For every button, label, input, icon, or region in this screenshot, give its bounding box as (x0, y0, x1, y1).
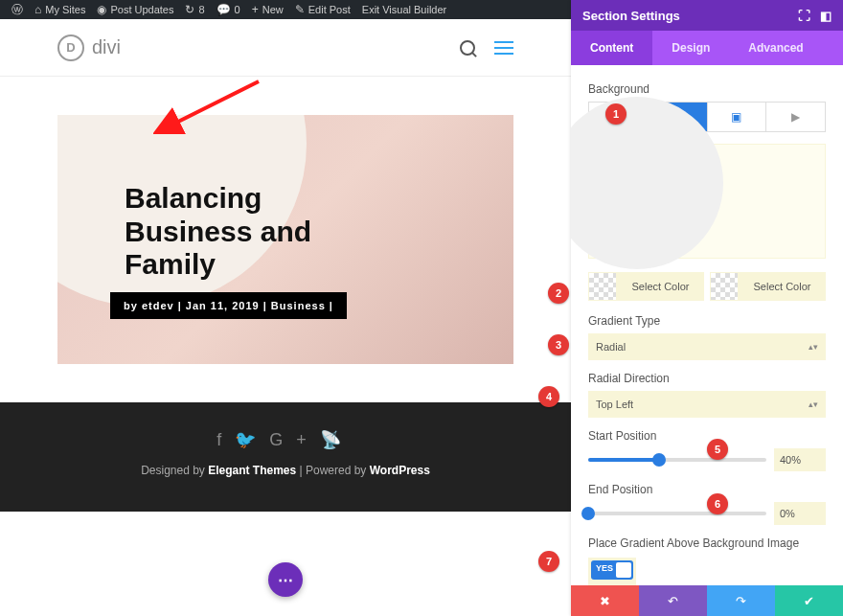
panel-header: Section Settings ⛶ ◧ (571, 0, 843, 31)
tab-advanced[interactable]: Advanced (729, 31, 822, 65)
end-position-slider[interactable] (588, 512, 766, 515)
gradient-preview (588, 144, 826, 259)
twitter-icon[interactable]: 🐦 (235, 430, 269, 449)
ab-label: Post Updates (110, 4, 173, 15)
gradient-color-2[interactable]: Select Color (710, 272, 826, 301)
panel-actions: ✖ ↶ ↷ ✔ (571, 585, 843, 616)
chevron-updown-icon: ▴▾ (809, 342, 818, 352)
ab-label: New (262, 4, 284, 15)
ab-label: My Sites (45, 4, 85, 15)
select-value: Radial (596, 341, 626, 353)
start-position-input[interactable]: 40% (774, 448, 826, 471)
site-logo[interactable]: D divi (57, 34, 121, 61)
chevron-updown-icon: ▴▾ (809, 399, 818, 409)
ab-updates[interactable]: ↻8 (179, 3, 210, 16)
gradient-color-row: Select Color Select Color (588, 272, 826, 301)
google-plus-icon[interactable]: G+ (269, 430, 320, 449)
snap-icon[interactable]: ◧ (820, 9, 832, 23)
swatch-icon (589, 273, 616, 300)
select-color-label: Select Color (617, 281, 704, 292)
ab-post-updates[interactable]: ◉Post Updates (91, 3, 179, 16)
swatch-icon (711, 273, 738, 300)
settings-panel: Section Settings ⛶ ◧ Content Design Adva… (571, 0, 843, 616)
ab-comments[interactable]: 💬0 (211, 3, 246, 16)
ab-my-sites[interactable]: ⌂My Sites (29, 3, 91, 16)
undo-button[interactable]: ↶ (639, 585, 707, 616)
ab-label: Exit Visual Builder (362, 4, 446, 15)
panel-title: Section Settings (582, 9, 680, 23)
end-position-label: End Position (588, 483, 826, 496)
panel-tabs: Content Design Advanced (571, 31, 843, 65)
check-icon: ✔ (804, 594, 814, 608)
ab-exit-vb[interactable]: Exit Visual Builder (356, 4, 452, 15)
radial-direction-select[interactable]: Top Left ▴▾ (588, 391, 826, 418)
end-position-input[interactable]: 0% (774, 502, 826, 525)
home-icon: ⌂ (34, 3, 41, 16)
save-button[interactable]: ✔ (775, 585, 843, 616)
video-icon: ▶ (791, 110, 800, 124)
logo-text: divi (92, 36, 121, 58)
toggle-label: YES (596, 563, 613, 573)
ab-wp-logo[interactable]: ⓦ (6, 2, 29, 18)
toggle-knob (616, 562, 631, 578)
close-button[interactable]: ✖ (571, 585, 639, 616)
hero-section[interactable]: Balancing Business and Family by etdev |… (57, 115, 513, 364)
tab-design[interactable]: Design (652, 31, 729, 65)
plus-icon: + (252, 3, 259, 16)
wordpress-icon: ⓦ (11, 2, 23, 18)
comment-icon: 💬 (216, 3, 231, 16)
ab-label: 0 (235, 4, 240, 15)
select-value: Top Left (596, 399, 633, 410)
gradient-type-label: Gradient Type (588, 314, 826, 328)
select-color-label: Select Color (739, 281, 826, 292)
image-icon: ▣ (731, 110, 741, 124)
close-icon: ✖ (600, 594, 610, 608)
page-canvas: D divi Balancing Business and Family by … (0, 19, 571, 616)
site-footer: f🐦G+📡 Designed by Elegant Themes | Power… (0, 402, 571, 512)
start-position-label: Start Position (588, 429, 826, 443)
pencil-icon: ✎ (295, 3, 305, 16)
header-search-icon[interactable] (460, 40, 475, 56)
rss-icon[interactable]: 📡 (320, 430, 354, 449)
site-header: D divi (0, 19, 571, 77)
tab-content[interactable]: Content (571, 31, 652, 65)
facebook-icon[interactable]: f (216, 430, 235, 449)
radial-direction-label: Radial Direction (588, 372, 826, 385)
post-meta: by etdev | Jan 11, 2019 | Business | (110, 292, 347, 319)
post-title: Balancing Business and Family (125, 182, 311, 282)
footer-credits: Designed by Elegant Themes | Powered by … (0, 464, 571, 477)
bg-tab-image[interactable]: ▣ (708, 103, 767, 131)
redo-button[interactable]: ↷ (707, 585, 775, 616)
logo-mark: D (57, 34, 84, 61)
ab-label: 8 (198, 4, 204, 15)
dashboard-icon: ◉ (97, 3, 106, 16)
redo-icon: ↷ (736, 594, 746, 608)
update-icon: ↻ (185, 3, 194, 16)
undo-icon: ↶ (668, 594, 678, 608)
expand-icon[interactable]: ⛶ (798, 9, 810, 23)
bg-tab-video[interactable]: ▶ (766, 103, 825, 131)
gradient-color-1[interactable]: Select Color (588, 272, 704, 301)
panel-body: Background ▤ ◩ ▣ ▶ Select Color Select C… (571, 65, 843, 585)
menu-icon[interactable] (494, 41, 513, 55)
start-position-slider[interactable] (588, 458, 766, 462)
place-gradient-above-toggle[interactable]: YES (591, 560, 633, 580)
gradient-type-select[interactable]: Radial ▴▾ (588, 333, 826, 360)
builder-fab[interactable]: ⋯ (268, 562, 303, 597)
ab-label: Edit Post (308, 4, 351, 15)
background-label: Background (588, 82, 826, 96)
place-gradient-above-label: Place Gradient Above Background Image (588, 536, 826, 550)
ab-edit-post[interactable]: ✎Edit Post (289, 3, 356, 16)
ab-new[interactable]: +New (246, 3, 289, 16)
footer-social: f🐦G+📡 (0, 429, 571, 450)
